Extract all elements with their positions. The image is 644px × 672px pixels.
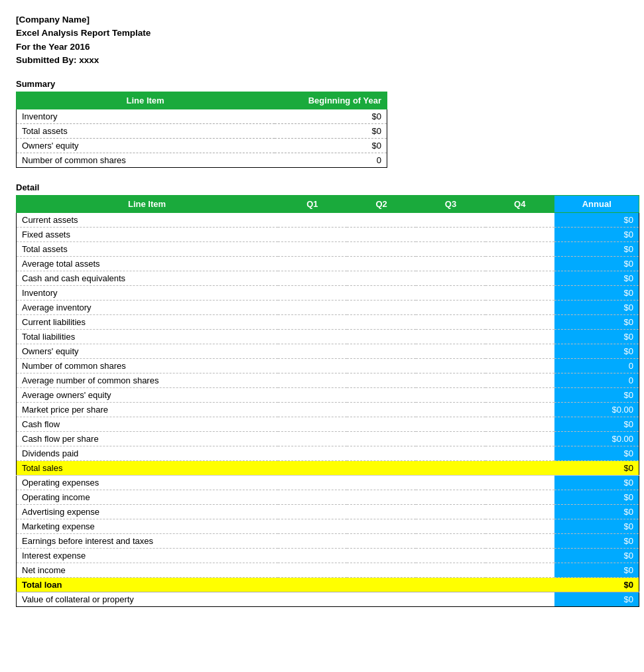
detail-row-annual: 0: [554, 359, 639, 373]
detail-row-q4: [485, 549, 554, 563]
detail-row-q4: [485, 228, 554, 242]
detail-row-q1: [278, 315, 347, 330]
detail-row-label: Dividends paid: [17, 446, 278, 461]
detail-row-q1: [278, 388, 347, 403]
detail-row-q4: [485, 519, 554, 534]
summary-col-line-item: Line Item: [17, 92, 275, 109]
detail-table: Line Item Q1 Q2 Q3 Q4 Annual Current ass…: [16, 195, 639, 607]
detail-row-q4: [485, 286, 554, 301]
detail-row: Total liabilities $0: [17, 330, 639, 344]
detail-row-label: Value of collateral or property: [17, 592, 278, 607]
detail-label: Detail: [16, 182, 628, 192]
detail-row: Operating expenses $0: [17, 476, 639, 490]
summary-section: Summary Line Item Beginning of Year Inve…: [16, 79, 628, 168]
detail-row-annual: $0: [554, 519, 639, 534]
detail-row-label: Operating income: [17, 490, 278, 505]
detail-row-q2: [347, 388, 416, 403]
detail-row-q2: [347, 563, 416, 578]
detail-row-q1: [278, 257, 347, 271]
detail-row-q3: [416, 242, 485, 257]
detail-row-q1: [278, 330, 347, 344]
detail-row-q1: [278, 301, 347, 315]
detail-row-q1: [278, 213, 347, 228]
detail-row: Value of collateral or property $0: [17, 592, 639, 607]
detail-row-annual: $0: [554, 534, 639, 549]
detail-row-q2: [347, 578, 416, 592]
detail-row: Owners' equity $0: [17, 344, 639, 359]
detail-row-q1: [278, 461, 347, 476]
detail-row-q3: [416, 213, 485, 228]
detail-row-q2: [347, 446, 416, 461]
detail-row-q1: [278, 403, 347, 417]
summary-row: Inventory $0: [17, 109, 387, 124]
detail-row-annual: $0: [554, 476, 639, 490]
detail-row-annual: $0: [554, 490, 639, 505]
detail-row-annual: $0: [554, 388, 639, 403]
detail-row-q1: [278, 534, 347, 549]
detail-row-q4: [485, 534, 554, 549]
detail-row-q3: [416, 519, 485, 534]
detail-row-q2: [347, 417, 416, 432]
detail-row-annual: $0: [554, 592, 639, 607]
detail-row-annual: $0: [554, 228, 639, 242]
summary-col-beginning: Beginning of Year: [275, 92, 387, 109]
detail-row-annual: $0: [554, 301, 639, 315]
summary-row: Owners' equity $0: [17, 139, 387, 153]
detail-row: Fixed assets $0: [17, 228, 639, 242]
detail-row-annual: $0: [554, 330, 639, 344]
detail-row-q2: [347, 534, 416, 549]
detail-row-q2: [347, 213, 416, 228]
detail-row: Average owners' equity $0: [17, 388, 639, 403]
detail-row-label: Average number of common shares: [17, 373, 278, 388]
detail-row-q3: [416, 373, 485, 388]
detail-col-q4: Q4: [485, 196, 554, 213]
detail-row-label: Cash flow per share: [17, 432, 278, 446]
summary-row-value: 0: [275, 153, 387, 168]
detail-row-q2: [347, 228, 416, 242]
detail-row-q4: [485, 417, 554, 432]
detail-row-q4: [485, 359, 554, 373]
detail-row-q2: [347, 373, 416, 388]
detail-row-q3: [416, 344, 485, 359]
detail-row-q4: [485, 315, 554, 330]
detail-row: Total sales $0: [17, 461, 639, 476]
detail-row-q1: [278, 519, 347, 534]
detail-row-q2: [347, 344, 416, 359]
detail-row-label: Cash and cash equivalents: [17, 271, 278, 286]
summary-row: Number of common shares 0: [17, 153, 387, 168]
detail-row-q3: [416, 549, 485, 563]
detail-row: Total loan $0: [17, 578, 639, 592]
detail-row-q3: [416, 330, 485, 344]
detail-row-label: Average inventory: [17, 301, 278, 315]
detail-row-q2: [347, 242, 416, 257]
detail-row-label: Current assets: [17, 213, 278, 228]
detail-row-q1: [278, 228, 347, 242]
detail-row-annual: $0: [554, 446, 639, 461]
detail-row-label: Owners' equity: [17, 344, 278, 359]
detail-row: Cash flow $0: [17, 417, 639, 432]
detail-row-annual: $0: [554, 344, 639, 359]
detail-row-q1: [278, 359, 347, 373]
detail-row-q1: [278, 432, 347, 446]
detail-row-label: Inventory: [17, 286, 278, 301]
detail-row-q2: [347, 490, 416, 505]
detail-row-q4: [485, 301, 554, 315]
detail-row-q1: [278, 446, 347, 461]
detail-row: Operating income $0: [17, 490, 639, 505]
detail-row-q4: [485, 490, 554, 505]
detail-row-annual: $0.00: [554, 403, 639, 417]
detail-row-label: Market price per share: [17, 403, 278, 417]
detail-row-q4: [485, 592, 554, 607]
detail-row-q4: [485, 344, 554, 359]
detail-row: Current liabilities $0: [17, 315, 639, 330]
report-year: For the Year 2016: [16, 40, 628, 54]
detail-row-q2: [347, 271, 416, 286]
detail-row-q3: [416, 432, 485, 446]
detail-row: Average number of common shares 0: [17, 373, 639, 388]
detail-row-q1: [278, 286, 347, 301]
detail-row: Average inventory $0: [17, 301, 639, 315]
detail-row-annual: $0: [554, 563, 639, 578]
detail-row: Cash flow per share $0.00: [17, 432, 639, 446]
detail-row: Interest expense $0: [17, 549, 639, 563]
detail-row-annual: $0: [554, 271, 639, 286]
